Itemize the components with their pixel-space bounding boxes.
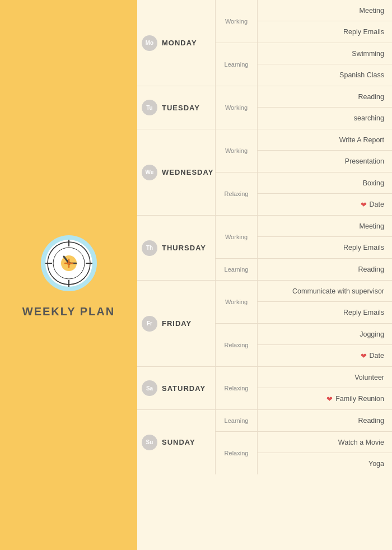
- task-text: Family Reunion: [335, 395, 384, 403]
- task-row: Presentation: [258, 151, 392, 172]
- day-label-thursday: ThTHURSDAY: [137, 216, 216, 280]
- day-label-wednesday: WeWEDNESDAY: [137, 129, 216, 215]
- tasks-col-wednesday-0: Write A ReportPresentation: [258, 129, 392, 172]
- category-label-wednesday-1: Relaxing: [216, 173, 258, 215]
- day-section-thursday: ThTHURSDAYWorkingMeetingReply EmailsLear…: [137, 216, 392, 281]
- day-icon-sunday: Su: [142, 435, 157, 450]
- sidebar-title: WEEKLY PLAN: [22, 305, 115, 318]
- task-text: Reply Emails: [343, 309, 384, 316]
- category-group-wednesday-0: WorkingWrite A ReportPresentation: [216, 129, 392, 173]
- day-section-friday: FrFRIDAYWorkingCommunicate with supervis…: [137, 281, 392, 367]
- categories-saturday: RelaxingVolunteer❤Family Reunion: [216, 367, 392, 409]
- task-text: Reply Emails: [343, 244, 384, 251]
- category-group-sunday-0: LearningReading: [216, 410, 392, 432]
- task-row: ❤Date: [258, 194, 392, 215]
- day-name-thursday: THURSDAY: [162, 244, 206, 252]
- day-name-sunday: SUNDAY: [162, 438, 195, 446]
- task-row: Reading: [258, 259, 392, 280]
- heart-icon: ❤: [361, 352, 367, 360]
- category-group-monday-0: WorkingMeetingReply Emails: [216, 0, 392, 43]
- task-text: Meeting: [360, 7, 384, 15]
- task-text: Reading: [358, 417, 384, 425]
- category-label-monday-1: Learning: [216, 43, 258, 86]
- day-label-monday: MoMONDAY: [137, 0, 216, 86]
- task-row: Communicate with supervisor: [258, 281, 392, 302]
- task-text: Boxing: [363, 179, 384, 187]
- task-row: Spanish Class: [258, 64, 392, 86]
- categories-thursday: WorkingMeetingReply EmailsLearningReadin…: [216, 216, 392, 280]
- tasks-col-tuesday-0: Readingsearching: [258, 86, 392, 129]
- task-text: Reading: [358, 93, 384, 101]
- day-section-monday: MoMONDAYWorkingMeetingReply EmailsLearni…: [137, 0, 392, 86]
- task-row: Volunteer: [258, 367, 392, 388]
- task-text: Communicate with supervisor: [292, 287, 384, 295]
- task-row: Meeting: [258, 0, 392, 21]
- tasks-col-monday-1: SwimmingSpanish Class: [258, 43, 392, 86]
- task-row: Reading: [258, 86, 392, 108]
- tasks-col-monday-0: MeetingReply Emails: [258, 0, 392, 43]
- day-name-saturday: SATURDAY: [162, 384, 206, 393]
- task-row: Write A Report: [258, 129, 392, 151]
- day-name-wednesday: WEDNESDAY: [162, 168, 213, 176]
- task-row: Boxing: [258, 173, 392, 194]
- day-name-tuesday: TUESDAY: [162, 104, 200, 112]
- day-icon-monday: Mo: [142, 35, 157, 51]
- heart-icon: ❤: [361, 201, 367, 209]
- tasks-col-thursday-1: Reading: [258, 259, 392, 280]
- category-label-wednesday-0: Working: [216, 129, 258, 172]
- category-label-thursday-0: Working: [216, 216, 258, 258]
- category-label-tuesday-0: Working: [216, 86, 258, 129]
- category-group-saturday-0: RelaxingVolunteer❤Family Reunion: [216, 367, 392, 409]
- task-row: Yoga: [258, 453, 392, 474]
- sidebar: WEEKLY PLAN: [0, 0, 137, 550]
- tasks-col-thursday-0: MeetingReply Emails: [258, 216, 392, 258]
- day-section-tuesday: TuTUESDAYWorkingReadingsearching: [137, 86, 392, 129]
- categories-wednesday: WorkingWrite A ReportPresentationRelaxin…: [216, 129, 392, 215]
- day-section-saturday: SaSATURDAYRelaxingVolunteer❤Family Reuni…: [137, 367, 392, 410]
- category-label-friday-0: Working: [216, 281, 258, 323]
- task-text: Presentation: [345, 157, 384, 165]
- category-group-thursday-0: WorkingMeetingReply Emails: [216, 216, 392, 259]
- category-label-thursday-1: Learning: [216, 259, 258, 280]
- day-section-sunday: SuSUNDAYLearningReadingRelaxingWatch a M…: [137, 410, 392, 474]
- task-text: Write A Report: [339, 136, 384, 144]
- task-text: Date: [370, 201, 384, 208]
- task-row: Meeting: [258, 216, 392, 237]
- categories-sunday: LearningReadingRelaxingWatch a MovieYoga: [216, 410, 392, 474]
- task-text: Swimming: [352, 50, 384, 58]
- task-text: Spanish Class: [339, 71, 384, 79]
- task-text: Date: [370, 352, 384, 360]
- task-text: searching: [354, 114, 384, 122]
- task-row: Reply Emails: [258, 237, 392, 258]
- task-row: Watch a Movie: [258, 432, 392, 453]
- day-icon-friday: Fr: [142, 316, 157, 332]
- category-group-monday-1: LearningSwimmingSpanish Class: [216, 43, 392, 86]
- category-group-friday-0: WorkingCommunicate with supervisorReply …: [216, 281, 392, 324]
- task-row: ❤Family Reunion: [258, 388, 392, 409]
- category-group-tuesday-0: WorkingReadingsearching: [216, 86, 392, 129]
- category-group-friday-1: RelaxingJogging❤Date: [216, 324, 392, 366]
- categories-monday: WorkingMeetingReply EmailsLearningSwimmi…: [216, 0, 392, 86]
- day-icon-saturday: Sa: [142, 380, 157, 396]
- app-container: WEEKLY PLAN MoMONDAYWorkingMeetingReply …: [0, 0, 392, 550]
- task-text: Volunteer: [354, 374, 384, 381]
- main-content: MoMONDAYWorkingMeetingReply EmailsLearni…: [137, 0, 392, 550]
- category-group-sunday-1: RelaxingWatch a MovieYoga: [216, 432, 392, 474]
- heart-icon: ❤: [326, 395, 333, 403]
- task-row: Jogging: [258, 324, 392, 345]
- task-text: Reading: [358, 265, 384, 273]
- category-group-wednesday-1: RelaxingBoxing❤Date: [216, 173, 392, 215]
- categories-tuesday: WorkingReadingsearching: [216, 86, 392, 129]
- tasks-col-friday-1: Jogging❤Date: [258, 324, 392, 366]
- day-icon-thursday: Th: [142, 240, 157, 256]
- day-label-sunday: SuSUNDAY: [137, 410, 216, 474]
- task-row: Swimming: [258, 43, 392, 64]
- day-name-monday: MONDAY: [162, 39, 197, 47]
- category-label-sunday-0: Learning: [216, 410, 258, 431]
- day-section-wednesday: WeWEDNESDAYWorkingWrite A ReportPresenta…: [137, 129, 392, 216]
- category-group-thursday-1: LearningReading: [216, 259, 392, 280]
- task-row: Reply Emails: [258, 21, 392, 43]
- tasks-col-saturday-0: Volunteer❤Family Reunion: [258, 367, 392, 409]
- task-row: searching: [258, 108, 392, 129]
- categories-friday: WorkingCommunicate with supervisorReply …: [216, 281, 392, 366]
